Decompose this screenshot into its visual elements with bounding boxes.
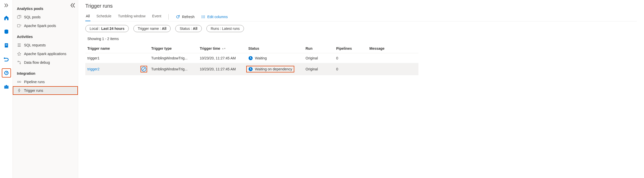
tab-all[interactable]: All	[85, 12, 90, 21]
sidebar-item-spark-pools[interactable]: Apache Spark pools	[13, 21, 78, 30]
tab-schedule[interactable]: Schedule	[96, 12, 112, 21]
spark-app-icon	[17, 52, 21, 56]
refresh-button[interactable]: Refresh	[175, 14, 195, 20]
cell-time: 10/23/20, 11:27:45 AM	[198, 63, 246, 75]
sort-icon: ▲▼	[222, 48, 226, 49]
columns-icon	[201, 15, 205, 19]
chevrons-left-icon	[69, 2, 76, 9]
pipeline-icon	[4, 56, 9, 62]
tab-row: All Schedule Tumbling window Event Refre…	[85, 12, 637, 21]
sidebar-item-label: Apache Spark applications	[24, 52, 66, 56]
sql-icon	[17, 15, 21, 19]
trigger-icon	[17, 88, 21, 93]
cell-time: 10/23/20, 11:27:45 AM	[198, 53, 246, 63]
svg-rect-2	[5, 44, 7, 44]
rail-monitor[interactable]	[2, 68, 11, 78]
clock-icon	[248, 67, 253, 71]
results-grid: Trigger name Trigger type Trigger time ▲…	[85, 44, 637, 75]
cell-type: TumblingWindowTrig...	[149, 53, 198, 63]
filter-status[interactable]: Status : All	[175, 25, 202, 32]
left-rail	[0, 0, 13, 178]
cancel-icon	[141, 66, 147, 72]
filter-time[interactable]: Local : Last 24 hours	[85, 25, 129, 32]
col-status[interactable]: Status	[246, 44, 303, 53]
col-trigger-type[interactable]: Trigger type	[149, 44, 198, 53]
main-content: Trigger runs All Schedule Tumbling windo…	[78, 0, 644, 178]
cell-run: Original	[303, 53, 334, 63]
sidebar-item-trigger-runs[interactable]: Trigger runs	[13, 86, 78, 95]
sidebar: Analytics pools SQL pools Apache Spark p…	[13, 0, 78, 178]
svg-rect-9	[6, 85, 7, 86]
svg-rect-12	[17, 24, 20, 27]
clock-icon	[248, 56, 253, 60]
section-analytics-pools: Analytics pools	[13, 2, 78, 13]
cell-type: TumblingWindowTrig...	[149, 63, 198, 75]
cell-name: trigger1	[85, 53, 149, 63]
sidebar-item-label: SQL pools	[24, 15, 41, 19]
showing-count: Showing 1 - 2 items	[85, 37, 637, 41]
cancel-run-button[interactable]	[140, 66, 147, 72]
home-icon	[4, 15, 9, 21]
pipeline-runs-icon	[17, 80, 21, 84]
divider	[168, 14, 169, 20]
section-integration: Integration	[13, 67, 78, 78]
edit-columns-label: Edit columns	[207, 15, 228, 19]
svg-rect-8	[4, 86, 8, 88]
col-trigger-name[interactable]: Trigger name	[85, 44, 149, 53]
rail-pipeline[interactable]	[2, 55, 11, 64]
cell-message	[367, 63, 418, 75]
cell-status: Waiting on dependency	[246, 63, 303, 75]
cell-status: Waiting	[246, 53, 303, 63]
cell-pipelines: 0	[334, 63, 367, 75]
svg-point-13	[18, 61, 19, 62]
sidebar-item-pipeline-runs[interactable]: Pipeline runs	[13, 78, 78, 86]
cell-pipelines: 0	[334, 53, 367, 63]
col-message[interactable]: Message	[367, 44, 418, 53]
sidebar-item-label: SQL requests	[24, 43, 46, 47]
filters: Local : Last 24 hours Trigger name : All…	[85, 25, 637, 32]
svg-point-4	[4, 58, 5, 59]
chevrons-right-icon	[4, 3, 9, 8]
sidebar-item-label: Data flow debug	[24, 60, 50, 65]
database-icon	[4, 29, 9, 34]
gauge-icon	[4, 70, 9, 76]
status-text: Waiting	[255, 56, 267, 60]
tab-tumbling-window[interactable]: Tumbling window	[118, 12, 146, 21]
list-icon	[17, 43, 21, 47]
document-icon	[4, 43, 9, 48]
trigger-name-link[interactable]: trigger2	[87, 67, 99, 71]
rail-expand-button[interactable]	[3, 2, 10, 9]
tab-event[interactable]: Event	[152, 12, 162, 21]
filter-runs[interactable]: Runs : Latest runs	[206, 25, 244, 32]
sidebar-item-data-flow-debug[interactable]: Data flow debug	[13, 58, 78, 67]
status-text: Waiting on dependency	[255, 67, 292, 71]
cell-name: trigger2	[85, 63, 149, 75]
col-run[interactable]: Run	[303, 44, 334, 53]
svg-point-14	[20, 63, 21, 64]
cell-run: Original	[303, 63, 334, 75]
svg-point-15	[17, 81, 19, 83]
svg-rect-3	[5, 45, 7, 45]
rail-toolbox[interactable]	[2, 82, 11, 91]
svg-point-16	[19, 81, 21, 83]
rail-database[interactable]	[2, 27, 11, 36]
rail-home[interactable]	[2, 13, 11, 22]
sidebar-item-spark-apps[interactable]: Apache Spark applications	[13, 49, 78, 58]
sidebar-item-sql-pools[interactable]: SQL pools	[13, 13, 78, 21]
sidebar-item-sql-requests[interactable]: SQL requests	[13, 41, 78, 49]
sidebar-collapse-button[interactable]	[69, 2, 76, 9]
col-trigger-time[interactable]: Trigger time ▲▼	[198, 44, 246, 53]
rail-document[interactable]	[2, 41, 11, 50]
refresh-label: Refresh	[182, 15, 194, 19]
edit-columns-button[interactable]: Edit columns	[201, 14, 228, 20]
sidebar-item-label: Trigger runs	[24, 88, 43, 93]
svg-rect-10	[4, 87, 8, 87]
svg-point-7	[6, 72, 7, 73]
cell-message	[367, 53, 418, 63]
filter-trigger-name[interactable]: Trigger name : All	[133, 25, 171, 32]
section-activities: Activities	[13, 30, 78, 41]
page-title: Trigger runs	[85, 3, 637, 9]
col-pipelines[interactable]: Pipelines	[334, 44, 367, 53]
flow-icon	[17, 60, 21, 65]
trigger-name[interactable]: trigger1	[87, 56, 99, 60]
